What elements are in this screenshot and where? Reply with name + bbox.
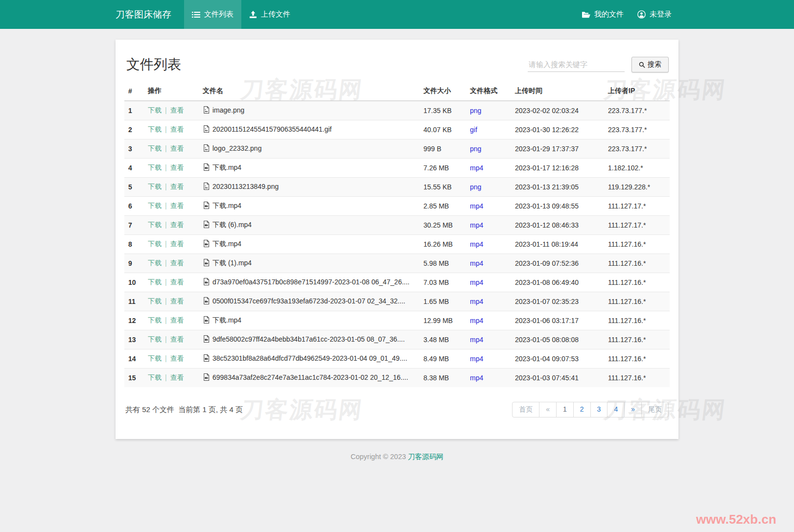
file-name: 下载.mp4 xyxy=(212,240,241,248)
download-link[interactable]: 下载 xyxy=(148,125,162,133)
table-row: 3 下载|查看 logo_22332.png 999 B png 2023-01… xyxy=(124,139,670,159)
page-button-next[interactable]: » xyxy=(624,402,642,417)
view-link[interactable]: 查看 xyxy=(170,106,184,114)
view-link[interactable]: 查看 xyxy=(170,202,184,209)
file-format-link[interactable]: mp4 xyxy=(470,317,483,324)
table-row: 2 下载|查看 20200115124554157906355440441.gi… xyxy=(124,120,670,139)
row-actions: 下载|查看 xyxy=(144,273,199,292)
download-link[interactable]: 下载 xyxy=(148,106,162,114)
view-link[interactable]: 查看 xyxy=(170,144,184,152)
page-button-p2[interactable]: 2 xyxy=(573,402,591,417)
file-format-link[interactable]: mp4 xyxy=(470,355,483,363)
page-button-p1[interactable]: 1 xyxy=(556,402,574,417)
row-actions: 下载|查看 xyxy=(144,120,199,139)
file-format-link[interactable]: png xyxy=(470,183,481,191)
row-actions: 下载|查看 xyxy=(144,254,199,273)
footer-site-link[interactable]: 刀客源码网 xyxy=(408,453,444,461)
file-format-link[interactable]: mp4 xyxy=(470,298,483,305)
view-link[interactable]: 查看 xyxy=(170,354,184,362)
view-link[interactable]: 查看 xyxy=(170,316,184,324)
row-index: 2 xyxy=(124,120,144,139)
file-format-link[interactable]: mp4 xyxy=(470,202,483,210)
file-name-cell: 下载.mp4 xyxy=(199,235,420,254)
download-link[interactable]: 下载 xyxy=(148,259,162,267)
search-input[interactable] xyxy=(528,57,625,72)
view-link[interactable]: 查看 xyxy=(170,278,184,286)
view-link[interactable]: 查看 xyxy=(170,373,184,381)
site-brand[interactable]: 刀客图床储存 xyxy=(116,0,184,29)
upload-time: 2023-01-17 12:16:28 xyxy=(511,159,604,178)
row-actions: 下载|查看 xyxy=(144,101,199,120)
upload-time: 2023-02-02 02:03:24 xyxy=(511,101,604,120)
column-header: 文件格式 xyxy=(466,82,511,101)
view-link[interactable]: 查看 xyxy=(170,183,184,190)
file-size: 2.85 MB xyxy=(420,197,466,216)
download-link[interactable]: 下载 xyxy=(148,297,162,305)
action-separator: | xyxy=(165,335,167,343)
file-format-link[interactable]: gif xyxy=(470,126,477,134)
nav-item-file-list[interactable]: 文件列表 xyxy=(184,0,241,29)
view-link[interactable]: 查看 xyxy=(170,163,184,171)
uploader-ip: 111.127.16.* xyxy=(604,292,670,311)
uploader-ip: 111.127.16.* xyxy=(604,349,670,369)
uploader-ip: 119.129.228.* xyxy=(604,178,670,197)
download-link[interactable]: 下载 xyxy=(148,335,162,343)
file-name-cell: 20230113213849.png xyxy=(199,178,420,197)
download-link[interactable]: 下载 xyxy=(148,202,162,209)
column-header: 上传时间 xyxy=(511,82,604,101)
nav-item-my-files[interactable]: 我的文件 xyxy=(575,0,631,29)
download-link[interactable]: 下载 xyxy=(148,183,162,190)
uploader-ip: 223.73.177.* xyxy=(604,120,670,139)
page-button-p3[interactable]: 3 xyxy=(590,402,608,417)
file-format-link[interactable]: png xyxy=(470,145,481,153)
download-link[interactable]: 下载 xyxy=(148,163,162,171)
file-name: 0500f015347ce697fc93a193efa6723d-2023-01… xyxy=(212,297,405,305)
download-link[interactable]: 下载 xyxy=(148,354,162,362)
file-format-link[interactable]: mp4 xyxy=(470,278,483,286)
view-link[interactable]: 查看 xyxy=(170,221,184,229)
action-separator: | xyxy=(165,240,167,248)
nav-item-upload-file[interactable]: 上传文件 xyxy=(241,0,298,29)
file-format-link[interactable]: mp4 xyxy=(470,221,483,229)
action-separator: | xyxy=(165,354,167,362)
file-format-link[interactable]: mp4 xyxy=(470,336,483,344)
row-actions: 下载|查看 xyxy=(144,178,199,197)
page-button-p4[interactable]: 4 xyxy=(607,402,625,417)
search-button[interactable]: 搜索 xyxy=(631,57,669,72)
table-row: 1 下载|查看 image.png 17.35 KB png 2023-02-0… xyxy=(124,101,670,120)
download-link[interactable]: 下载 xyxy=(148,144,162,152)
file-size: 7.03 MB xyxy=(420,273,466,292)
file-format-link[interactable]: mp4 xyxy=(470,374,483,382)
file-name: d73a970ef0a437517b0c898e71514997-2023-01… xyxy=(212,278,410,286)
download-link[interactable]: 下载 xyxy=(148,240,162,248)
view-link[interactable]: 查看 xyxy=(170,297,184,305)
view-link[interactable]: 查看 xyxy=(170,259,184,267)
action-separator: | xyxy=(165,163,167,171)
file-format-link[interactable]: mp4 xyxy=(470,240,483,248)
download-link[interactable]: 下载 xyxy=(148,278,162,286)
view-link[interactable]: 查看 xyxy=(170,240,184,248)
download-link[interactable]: 下载 xyxy=(148,373,162,381)
row-actions: 下载|查看 xyxy=(144,311,199,330)
download-link[interactable]: 下载 xyxy=(148,316,162,324)
page-button-last[interactable]: 尾页 xyxy=(641,402,669,417)
uploader-ip: 111.127.16.* xyxy=(604,311,670,330)
copyright-text: Copyright © 2023 xyxy=(350,453,408,461)
file-format-link[interactable]: mp4 xyxy=(470,164,483,172)
download-link[interactable]: 下载 xyxy=(148,221,162,229)
file-format-link[interactable]: mp4 xyxy=(470,259,483,267)
file-list-panel: 文件列表 搜索 #操作文件名文件大小文件格式上传时间上传者IP 1 下载|查看 … xyxy=(116,40,678,439)
uploader-ip: 111.127.16.* xyxy=(604,273,670,292)
upload-time: 2023-01-08 06:49:40 xyxy=(511,273,604,292)
view-link[interactable]: 查看 xyxy=(170,125,184,133)
file-name-cell: logo_22332.png xyxy=(199,139,420,159)
nav-item-login-status[interactable]: 未登录 xyxy=(631,0,678,29)
file-name-cell: 下载 (6).mp4 xyxy=(199,216,420,235)
table-row: 12 下载|查看 下载.mp4 12.99 MB mp4 2023-01-06 … xyxy=(124,311,670,330)
upload-time: 2023-01-13 09:48:55 xyxy=(511,197,604,216)
page-button-prev[interactable]: « xyxy=(539,402,557,417)
uploader-ip: 111.127.17.* xyxy=(604,197,670,216)
file-format-link[interactable]: png xyxy=(470,107,481,115)
page-button-first[interactable]: 首页 xyxy=(512,402,539,417)
view-link[interactable]: 查看 xyxy=(170,335,184,343)
